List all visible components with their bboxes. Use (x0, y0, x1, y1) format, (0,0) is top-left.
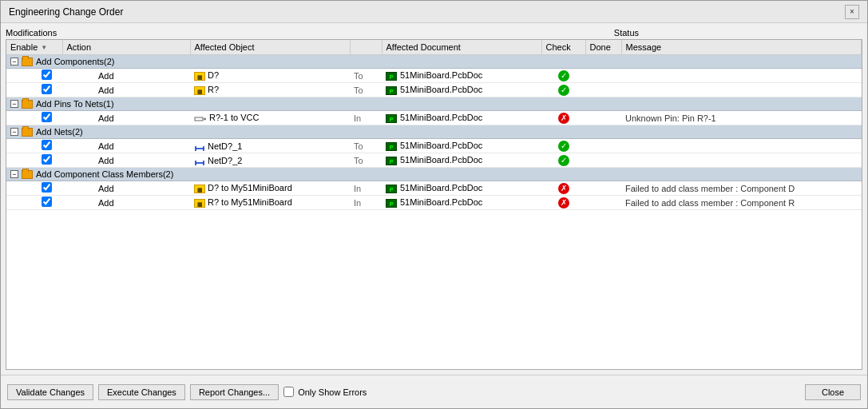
enable-checkbox[interactable] (42, 69, 52, 80)
expand-icon-2[interactable]: − (10, 128, 18, 136)
only-show-errors-label[interactable]: Only Show Errors (283, 387, 367, 397)
enable-cell (6, 69, 62, 83)
doc-label: 51MiniBoard.PcbDoc (400, 85, 482, 94)
execute-changes-button[interactable]: Execute Changes (98, 384, 185, 400)
action-cell: Add (62, 69, 190, 83)
action-cell: Add (62, 153, 190, 168)
enable-checkbox[interactable] (42, 182, 52, 193)
pcb-doc-icon: P (386, 72, 397, 81)
action-cell: Add (62, 196, 190, 210)
group-row: − Add Component Class Members(2) (6, 168, 862, 181)
group-label-cell: − Add Component Class Members(2) (6, 168, 862, 181)
pcb-doc-icon: P (386, 199, 397, 208)
enable-cell (6, 83, 62, 97)
group-label-cell: − Add Components(2) (6, 55, 862, 69)
expand-icon-3[interactable]: − (10, 170, 18, 178)
changes-table: Enable ▼ Action Affected Object Affected… (6, 39, 862, 370)
component-icon: ▦ (194, 86, 205, 95)
col-header-enable: Enable ▼ (6, 40, 62, 55)
check-cell: ✓ (541, 139, 585, 153)
enable-checkbox[interactable] (42, 112, 52, 122)
table-row: Add ▦R? To P51MiniBoard.PcbDoc ✓ (6, 83, 862, 97)
group-row: − Add Nets(2) (6, 125, 862, 139)
folder-icon (22, 170, 33, 179)
object-cell: NetD?_2 (190, 153, 350, 168)
svg-marker-2 (204, 117, 206, 121)
net-icon (194, 158, 205, 165)
object-label: D? to My51MiniBoard (208, 183, 292, 193)
group-label-cell: − Add Nets(2) (6, 125, 862, 139)
pcb-doc-icon: P (386, 185, 397, 193)
report-changes-button[interactable]: Report Changes... (190, 384, 279, 400)
close-button[interactable]: Close (805, 384, 861, 400)
col-header-affected-document: Affected Document (382, 40, 541, 55)
check-cell: ✗ (541, 181, 585, 196)
expand-icon-1[interactable]: − (10, 100, 18, 108)
col-header-action: Action (62, 40, 190, 55)
object-cell: ▦D? to My51MiniBoard (190, 181, 350, 196)
table-row: Add ▦D? to My51MiniBoard In P51MiniBoard… (6, 181, 862, 196)
pcb-doc-icon: P (386, 86, 397, 95)
group-row: − Add Pins To Nets(1) (6, 97, 862, 111)
enable-checkbox[interactable] (42, 84, 52, 94)
col-header-affected-object: Affected Object (190, 40, 350, 55)
document-cell: P51MiniBoard.PcbDoc (382, 69, 541, 83)
enable-checkbox[interactable] (42, 154, 52, 165)
status-error-icon: ✗ (558, 183, 569, 194)
enable-checkbox[interactable] (42, 197, 52, 207)
component-icon: ▦ (194, 199, 205, 208)
folder-icon (22, 100, 33, 109)
message-cell: Failed to add class member : Component D (621, 181, 862, 196)
group-label: Add Component Class Members(2) (36, 169, 173, 179)
prep-cell: In (350, 111, 382, 125)
done-cell (585, 111, 621, 125)
group-label-cell: − Add Pins To Nets(1) (6, 97, 862, 111)
object-cell: ▦R? (190, 83, 350, 97)
dialog-close-button[interactable]: × (845, 5, 859, 19)
done-cell (585, 196, 621, 210)
only-show-errors-checkbox[interactable] (283, 387, 294, 397)
component-icon: ▦ (194, 72, 205, 81)
content-area: Modifications Status Enable ▼ Action Aff… (1, 23, 867, 375)
table-row: Add ▦R? to My51MiniBoard In P51MiniBoard… (6, 196, 862, 210)
sort-icon-enable: ▼ (41, 44, 47, 51)
doc-label: 51MiniBoard.PcbDoc (400, 183, 482, 193)
document-cell: P51MiniBoard.PcbDoc (382, 153, 541, 168)
check-cell: ✗ (541, 196, 585, 210)
action-cell: Add (62, 83, 190, 97)
object-cell: R?-1 to VCC (190, 111, 350, 125)
enable-checkbox[interactable] (42, 140, 52, 150)
action-cell: Add (62, 111, 190, 125)
enable-cell (6, 181, 62, 196)
message-cell (621, 153, 862, 168)
object-cell: ▦D? (190, 69, 350, 83)
status-label: Status (614, 28, 639, 38)
prep-cell: To (350, 69, 382, 83)
doc-label: 51MiniBoard.PcbDoc (400, 113, 482, 122)
document-cell: P51MiniBoard.PcbDoc (382, 196, 541, 210)
message-cell: Unknown Pin: Pin R?-1 (621, 111, 862, 125)
status-error-icon: ✗ (558, 197, 569, 208)
group-label: Add Components(2) (36, 57, 114, 66)
object-label: R?-1 to VCC (209, 113, 259, 122)
done-cell (585, 83, 621, 97)
done-cell (585, 69, 621, 83)
check-cell: ✓ (541, 153, 585, 168)
check-cell: ✓ (541, 83, 585, 97)
validate-changes-button[interactable]: Validate Changes (7, 384, 93, 400)
enable-cell (6, 196, 62, 210)
message-cell (621, 69, 862, 83)
table-row: Add ▦D? To P51MiniBoard.PcbDoc ✓ (6, 69, 862, 83)
pcb-doc-icon: P (386, 142, 397, 151)
group-label: Add Nets(2) (36, 127, 83, 137)
group-label: Add Pins To Nets(1) (36, 99, 114, 109)
pcb-doc-icon: P (386, 157, 397, 165)
col-header-done: Done (585, 40, 621, 55)
object-cell: ▦R? to My51MiniBoard (190, 196, 350, 210)
message-cell (621, 83, 862, 97)
doc-label: 51MiniBoard.PcbDoc (400, 141, 482, 150)
modifications-label: Modifications (6, 28, 57, 38)
expand-icon-0[interactable]: − (10, 58, 18, 66)
status-ok-icon: ✓ (558, 155, 569, 166)
done-cell (585, 153, 621, 168)
